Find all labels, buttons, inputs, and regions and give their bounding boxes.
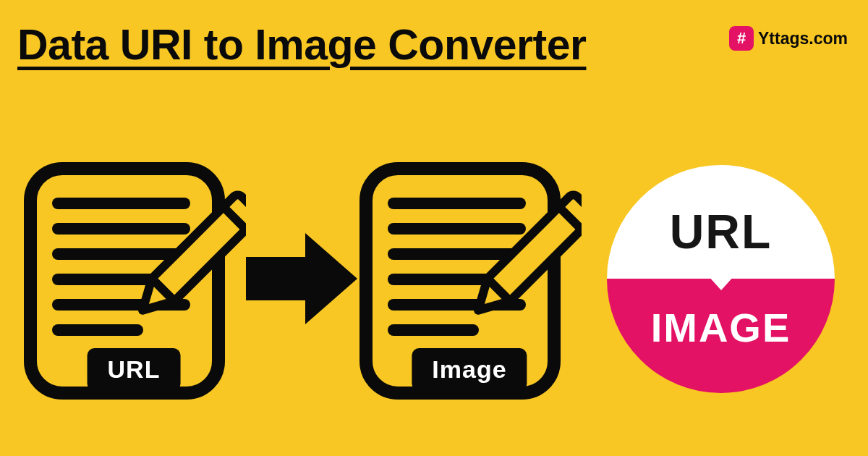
source-badge: URL bbox=[88, 348, 181, 391]
conversion-diagram: URL Image URL IMAGE bbox=[22, 134, 846, 423]
svg-marker-10 bbox=[246, 233, 357, 324]
badge-bottom-half: IMAGE bbox=[607, 279, 835, 393]
arrow-icon bbox=[240, 224, 363, 333]
badge-bottom-label: IMAGE bbox=[651, 304, 791, 351]
source-document-card: URL bbox=[22, 154, 246, 404]
brand-text: Yttags.com bbox=[758, 29, 848, 48]
target-document-card: Image bbox=[357, 154, 582, 404]
page-title: Data URI to Image Converter bbox=[17, 20, 586, 69]
badge-notch-icon bbox=[708, 276, 734, 290]
target-badge: Image bbox=[412, 348, 527, 391]
badge-top-label: URL bbox=[670, 204, 773, 259]
hash-icon: # bbox=[729, 26, 754, 51]
url-image-badge: URL IMAGE bbox=[607, 165, 835, 393]
badge-top-half: URL bbox=[607, 165, 835, 279]
brand-logo: # Yttags.com bbox=[729, 26, 848, 51]
